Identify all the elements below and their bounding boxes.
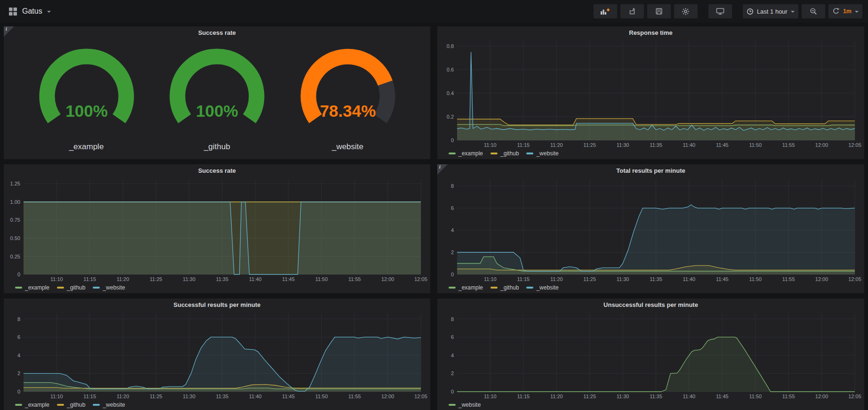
chevron-down-icon[interactable] (47, 11, 51, 13)
info-icon[interactable]: i (437, 164, 448, 175)
cycle-view-mode-button[interactable] (708, 4, 732, 18)
svg-text:100%: 100% (65, 102, 108, 120)
legend-item[interactable]: _github (57, 402, 85, 408)
legend-series-swatch (57, 287, 64, 289)
svg-text:11:25: 11:25 (150, 276, 162, 282)
gauge-github: 100% _github (153, 46, 281, 152)
chevron-down-icon (791, 11, 795, 13)
svg-text:1.25: 1.25 (10, 181, 20, 186)
legend-item[interactable]: _example (15, 284, 49, 291)
gauge-label: _example (69, 142, 104, 152)
panel-title[interactable]: Success rate (7, 166, 427, 176)
panel-title[interactable]: Successful results per minute (7, 300, 427, 310)
time-range-picker[interactable]: Last 1 hour (743, 4, 798, 18)
gauge-arc: 78.34% (284, 46, 412, 141)
legend-series-name: _github (500, 284, 519, 291)
svg-text:2: 2 (451, 249, 454, 255)
settings-button[interactable] (674, 4, 698, 18)
panel-title[interactable]: Total results per minute (440, 166, 861, 176)
success-rate-chart[interactable]: 00.250.500.751.001.2511:1011:1511:2011:2… (7, 176, 427, 283)
svg-text:11:55: 11:55 (348, 394, 361, 399)
legend-series-name: _github (500, 150, 519, 157)
svg-text:11:50: 11:50 (749, 276, 762, 282)
legend-item[interactable]: _github (490, 150, 519, 157)
svg-text:100%: 100% (196, 102, 238, 120)
navbar-actions: Last 1 hour 1m (590, 4, 862, 18)
info-icon[interactable]: i (4, 26, 14, 37)
successful-results-chart[interactable]: 0246811:1011:1511:2011:2511:3011:3511:40… (7, 310, 427, 400)
add-panel-button[interactable] (594, 4, 617, 18)
svg-text:11:35: 11:35 (650, 142, 662, 148)
response-time-chart[interactable]: 00.20.40.60.811:1011:1511:2011:2511:3011… (440, 38, 861, 149)
dashboard-title[interactable]: Gatus (22, 7, 42, 16)
svg-text:0: 0 (451, 272, 454, 277)
legend-series-swatch (93, 404, 100, 406)
monitor-icon (716, 8, 724, 15)
legend-series-swatch (57, 404, 64, 406)
svg-text:11:10: 11:10 (484, 276, 497, 282)
panel-title[interactable]: Unsuccessful results per minute (440, 300, 861, 310)
svg-text:0.6: 0.6 (447, 67, 454, 72)
legend-item[interactable]: _example (449, 284, 483, 291)
legend-series-name: _website (536, 284, 558, 291)
gauge-website: 78.34% _website (284, 46, 412, 152)
svg-text:12:00: 12:00 (815, 394, 828, 399)
svg-text:11:20: 11:20 (117, 276, 129, 282)
legend-item[interactable]: _github (57, 284, 85, 291)
dashboards-grid-icon[interactable] (8, 7, 17, 16)
legend-item[interactable]: _example (15, 402, 49, 408)
chart-legend: _website (440, 400, 861, 410)
svg-text:11:45: 11:45 (716, 394, 729, 399)
unsuccessful-results-chart[interactable]: 0246811:1011:1511:2011:2511:3011:3511:40… (440, 310, 861, 400)
panel-title[interactable]: Response time (440, 28, 861, 38)
svg-text:4: 4 (451, 227, 454, 233)
legend-item[interactable]: _website (93, 284, 125, 291)
svg-text:0.8: 0.8 (447, 43, 454, 49)
legend-series-swatch (526, 287, 533, 289)
legend-series-name: _website (536, 150, 558, 157)
svg-text:12:05: 12:05 (848, 276, 861, 282)
dashboard-picker: Gatus (6, 7, 51, 16)
zoom-out-icon (810, 8, 817, 15)
gauge-arc: 100% (153, 46, 281, 141)
svg-text:11:45: 11:45 (716, 142, 729, 148)
chart-legend: _example_github_website (7, 400, 427, 410)
svg-text:11:35: 11:35 (216, 276, 229, 282)
svg-text:6: 6 (451, 334, 454, 340)
gauge-arc: 100% (23, 46, 151, 141)
svg-text:8: 8 (451, 316, 454, 322)
refresh-button[interactable]: 1m (828, 4, 862, 18)
clock-icon (747, 8, 754, 15)
chart-legend: _example_github_website (7, 283, 427, 292)
svg-text:11:40: 11:40 (683, 394, 696, 399)
legend-series-name: _website (103, 402, 125, 408)
panel-response-time: Response time 00.20.40.60.811:1011:1511:… (437, 26, 864, 159)
legend-item[interactable]: _website (449, 402, 481, 408)
gauge-label: _website (332, 142, 363, 152)
svg-text:0: 0 (451, 389, 454, 394)
add-panel-icon (600, 8, 610, 15)
zoom-out-button[interactable] (802, 4, 825, 18)
legend-item[interactable]: _website (93, 402, 125, 408)
svg-text:0: 0 (17, 389, 20, 394)
legend-item[interactable]: _example (449, 150, 483, 157)
svg-text:11:30: 11:30 (183, 394, 195, 399)
svg-text:11:50: 11:50 (315, 276, 328, 282)
legend-item[interactable]: _website (526, 284, 558, 291)
panel-title[interactable]: Success rate (7, 28, 427, 38)
svg-text:11:40: 11:40 (249, 394, 262, 399)
share-button[interactable] (620, 4, 644, 18)
chart-legend: _example_github_website (440, 283, 861, 292)
svg-text:12:00: 12:00 (381, 276, 394, 282)
svg-text:12:00: 12:00 (815, 276, 828, 282)
svg-text:12:05: 12:05 (414, 394, 427, 399)
total-results-chart[interactable]: 0246811:1011:1511:2011:2511:3011:3511:40… (440, 176, 861, 283)
svg-text:2: 2 (451, 370, 454, 376)
svg-text:4: 4 (17, 353, 20, 358)
save-button[interactable] (647, 4, 671, 18)
svg-text:11:45: 11:45 (282, 394, 295, 399)
legend-series-name: _website (103, 284, 125, 291)
legend-item[interactable]: _website (526, 150, 558, 157)
legend-item[interactable]: _github (490, 284, 519, 291)
svg-text:11:15: 11:15 (517, 394, 530, 399)
